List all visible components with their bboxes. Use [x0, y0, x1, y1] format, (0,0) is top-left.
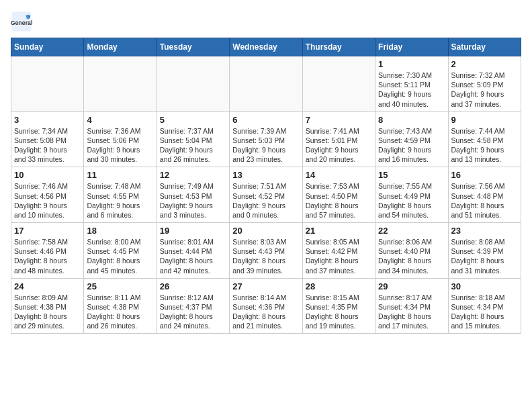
day-number: 26	[160, 281, 226, 291]
day-info: Sunrise: 7:36 AM Sunset: 5:06 PM Dayligh…	[87, 126, 153, 165]
day-info: Sunrise: 8:00 AM Sunset: 4:45 PM Dayligh…	[87, 237, 153, 275]
day-info: Sunrise: 7:39 AM Sunset: 5:03 PM Dayligh…	[232, 126, 299, 165]
calendar-cell: 30Sunrise: 8:18 AM Sunset: 4:34 PM Dayli…	[448, 278, 521, 334]
calendar-cell	[84, 56, 157, 112]
day-info: Sunrise: 7:55 AM Sunset: 4:49 PM Dayligh…	[378, 181, 445, 220]
day-number: 17	[14, 226, 81, 236]
day-number: 6	[232, 115, 299, 125]
day-number: 18	[87, 226, 153, 236]
calendar-cell: 13Sunrise: 7:51 AM Sunset: 4:52 PM Dayli…	[230, 167, 302, 223]
column-header-wednesday: Wednesday	[230, 38, 302, 56]
calendar-cell: 7Sunrise: 7:41 AM Sunset: 5:01 PM Daylig…	[302, 111, 375, 167]
day-number: 15	[378, 170, 445, 180]
day-info: Sunrise: 7:53 AM Sunset: 4:50 PM Dayligh…	[306, 181, 372, 220]
day-number: 11	[87, 170, 153, 180]
day-number: 4	[87, 115, 153, 125]
calendar-week-4: 17Sunrise: 7:58 AM Sunset: 4:46 PM Dayli…	[11, 223, 521, 279]
calendar-cell: 14Sunrise: 7:53 AM Sunset: 4:50 PM Dayli…	[302, 167, 375, 223]
day-info: Sunrise: 8:12 AM Sunset: 4:37 PM Dayligh…	[160, 293, 226, 331]
calendar-cell: 27Sunrise: 8:14 AM Sunset: 4:36 PM Dayli…	[230, 278, 302, 334]
calendar-cell: 1Sunrise: 7:30 AM Sunset: 5:11 PM Daylig…	[375, 56, 448, 112]
day-number: 8	[378, 115, 445, 125]
day-info: Sunrise: 8:11 AM Sunset: 4:38 PM Dayligh…	[87, 293, 153, 331]
day-number: 24	[14, 281, 81, 291]
calendar-cell: 10Sunrise: 7:46 AM Sunset: 4:56 PM Dayli…	[11, 167, 84, 223]
day-number: 30	[451, 281, 518, 291]
column-header-friday: Friday	[375, 38, 448, 56]
calendar-cell	[302, 56, 375, 112]
calendar-cell: 9Sunrise: 7:44 AM Sunset: 4:58 PM Daylig…	[448, 111, 521, 167]
day-info: Sunrise: 8:08 AM Sunset: 4:39 PM Dayligh…	[451, 237, 518, 275]
calendar-cell: 8Sunrise: 7:43 AM Sunset: 4:59 PM Daylig…	[375, 111, 448, 167]
day-number: 13	[232, 170, 299, 180]
header: General	[11, 11, 521, 32]
day-number: 27	[232, 281, 299, 291]
day-info: Sunrise: 8:09 AM Sunset: 4:38 PM Dayligh…	[14, 293, 81, 331]
calendar-week-5: 24Sunrise: 8:09 AM Sunset: 4:38 PM Dayli…	[11, 278, 521, 334]
calendar-cell: 6Sunrise: 7:39 AM Sunset: 5:03 PM Daylig…	[230, 111, 302, 167]
svg-text:General: General	[11, 19, 32, 26]
day-number: 23	[451, 226, 518, 236]
calendar-cell: 23Sunrise: 8:08 AM Sunset: 4:39 PM Dayli…	[448, 223, 521, 279]
day-info: Sunrise: 7:43 AM Sunset: 4:59 PM Dayligh…	[378, 126, 445, 165]
day-number: 5	[160, 115, 226, 125]
day-number: 29	[378, 281, 445, 291]
calendar-cell: 3Sunrise: 7:34 AM Sunset: 5:08 PM Daylig…	[11, 111, 84, 167]
calendar-cell	[11, 56, 84, 112]
calendar-cell: 26Sunrise: 8:12 AM Sunset: 4:37 PM Dayli…	[157, 278, 229, 334]
day-info: Sunrise: 8:15 AM Sunset: 4:35 PM Dayligh…	[306, 293, 372, 331]
day-number: 28	[306, 281, 372, 291]
column-header-sunday: Sunday	[11, 38, 84, 56]
day-info: Sunrise: 7:49 AM Sunset: 4:53 PM Dayligh…	[160, 181, 226, 220]
day-info: Sunrise: 8:18 AM Sunset: 4:34 PM Dayligh…	[451, 293, 518, 331]
calendar-cell: 2Sunrise: 7:32 AM Sunset: 5:09 PM Daylig…	[448, 56, 521, 112]
day-info: Sunrise: 7:32 AM Sunset: 5:09 PM Dayligh…	[451, 71, 518, 109]
day-number: 19	[160, 226, 226, 236]
day-info: Sunrise: 7:58 AM Sunset: 4:46 PM Dayligh…	[14, 237, 81, 275]
column-header-thursday: Thursday	[302, 38, 375, 56]
calendar-week-1: 1Sunrise: 7:30 AM Sunset: 5:11 PM Daylig…	[11, 56, 521, 112]
calendar-cell: 22Sunrise: 8:06 AM Sunset: 4:40 PM Dayli…	[375, 223, 448, 279]
day-info: Sunrise: 7:30 AM Sunset: 5:11 PM Dayligh…	[378, 71, 445, 109]
day-info: Sunrise: 7:51 AM Sunset: 4:52 PM Dayligh…	[232, 181, 299, 220]
day-number: 10	[14, 170, 81, 180]
calendar-cell: 20Sunrise: 8:03 AM Sunset: 4:43 PM Dayli…	[230, 223, 302, 279]
day-number: 14	[306, 170, 372, 180]
calendar-week-2: 3Sunrise: 7:34 AM Sunset: 5:08 PM Daylig…	[11, 111, 521, 167]
column-header-saturday: Saturday	[448, 38, 521, 56]
calendar-cell	[157, 56, 229, 112]
logo: General	[11, 11, 35, 32]
calendar-cell: 12Sunrise: 7:49 AM Sunset: 4:53 PM Dayli…	[157, 167, 229, 223]
day-info: Sunrise: 7:56 AM Sunset: 4:48 PM Dayligh…	[451, 181, 518, 220]
day-info: Sunrise: 8:03 AM Sunset: 4:43 PM Dayligh…	[232, 237, 299, 275]
calendar-cell: 18Sunrise: 8:00 AM Sunset: 4:45 PM Dayli…	[84, 223, 157, 279]
calendar-cell: 29Sunrise: 8:17 AM Sunset: 4:34 PM Dayli…	[375, 278, 448, 334]
calendar-cell: 15Sunrise: 7:55 AM Sunset: 4:49 PM Dayli…	[375, 167, 448, 223]
calendar-cell	[230, 56, 302, 112]
day-info: Sunrise: 7:46 AM Sunset: 4:56 PM Dayligh…	[14, 181, 81, 220]
calendar-header-row: SundayMondayTuesdayWednesdayThursdayFrid…	[11, 38, 521, 56]
day-number: 20	[232, 226, 299, 236]
calendar-cell: 5Sunrise: 7:37 AM Sunset: 5:04 PM Daylig…	[157, 111, 229, 167]
calendar-cell: 25Sunrise: 8:11 AM Sunset: 4:38 PM Dayli…	[84, 278, 157, 334]
day-info: Sunrise: 7:44 AM Sunset: 4:58 PM Dayligh…	[451, 126, 518, 165]
day-info: Sunrise: 7:37 AM Sunset: 5:04 PM Dayligh…	[160, 126, 226, 165]
calendar-cell: 11Sunrise: 7:48 AM Sunset: 4:55 PM Dayli…	[84, 167, 157, 223]
calendar-cell: 17Sunrise: 7:58 AM Sunset: 4:46 PM Dayli…	[11, 223, 84, 279]
day-info: Sunrise: 7:48 AM Sunset: 4:55 PM Dayligh…	[87, 181, 153, 220]
calendar-cell: 24Sunrise: 8:09 AM Sunset: 4:38 PM Dayli…	[11, 278, 84, 334]
day-number: 22	[378, 226, 445, 236]
day-info: Sunrise: 8:06 AM Sunset: 4:40 PM Dayligh…	[378, 237, 445, 275]
calendar: SundayMondayTuesdayWednesdayThursdayFrid…	[11, 38, 521, 334]
day-number: 25	[87, 281, 153, 291]
day-number: 12	[160, 170, 226, 180]
day-info: Sunrise: 8:05 AM Sunset: 4:42 PM Dayligh…	[306, 237, 372, 275]
day-info: Sunrise: 7:34 AM Sunset: 5:08 PM Dayligh…	[14, 126, 81, 165]
calendar-cell: 4Sunrise: 7:36 AM Sunset: 5:06 PM Daylig…	[84, 111, 157, 167]
day-number: 21	[306, 226, 372, 236]
calendar-cell: 21Sunrise: 8:05 AM Sunset: 4:42 PM Dayli…	[302, 223, 375, 279]
calendar-week-3: 10Sunrise: 7:46 AM Sunset: 4:56 PM Dayli…	[11, 167, 521, 223]
day-number: 16	[451, 170, 518, 180]
column-header-tuesday: Tuesday	[157, 38, 229, 56]
logo-icon: General	[11, 11, 32, 32]
